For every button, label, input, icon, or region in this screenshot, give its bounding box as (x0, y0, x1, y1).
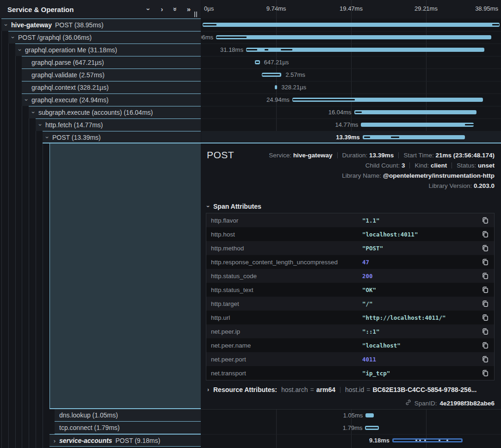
attribute-row-http.flavor: http.flavor"1.1" (206, 213, 494, 227)
panel-resize-handle[interactable] (194, 12, 199, 17)
span-row-dns.lookup[interactable]: dns.lookup (1.05ms) (55, 409, 201, 422)
resource-attributes-title: Resource Attributes: (213, 386, 277, 393)
span-row-label: graphql.operation Me (31.18ms) (25, 46, 117, 54)
span-duration-label: 2.57ms (285, 71, 305, 78)
span-row-graphql.execute[interactable]: ›graphql.execute (24.94ms) (22, 93, 201, 106)
chevron-down-icon[interactable]: › (22, 97, 33, 103)
chevron-down-icon[interactable]: › (36, 122, 47, 128)
attribute-value: 200 (362, 273, 373, 280)
span-row-label: graphql.context (328.21µs) (31, 84, 109, 91)
attribute-value: "::1" (362, 328, 380, 335)
chevron-down-icon[interactable]: › (29, 110, 40, 115)
copy-icon[interactable] (482, 314, 489, 321)
span-id-label: SpanID: (414, 400, 437, 407)
attribute-key: http.url (211, 314, 230, 321)
span-bar[interactable] (203, 23, 500, 27)
span-row-POST[interactable]: ›POST (13.39ms) (43, 131, 201, 143)
copy-icon[interactable] (482, 369, 489, 377)
span-row-label: http.fetch (14.77ms) (45, 121, 103, 129)
attribute-value: "OK" (362, 286, 376, 293)
selected-span-separator (43, 143, 501, 143)
resource-attributes-preview: host.arch=arm64host.id=BC62E13B-C4CC-585… (281, 386, 476, 393)
span-row-subgraph.execute[interactable]: ›subgraph.execute (accounts) (16.04ms) (29, 106, 201, 118)
span-row-tcp.connect[interactable]: tcp.connect (1.79ms) (55, 422, 201, 434)
chevron-right-icon[interactable]: › (52, 435, 57, 447)
span-row-label: service-accountsPOST (9.18ms) (59, 437, 160, 444)
span-attributes-toggle[interactable]: › Span Attributes (207, 203, 261, 210)
tree-toolbar: ››»» (145, 6, 192, 13)
copy-icon[interactable] (482, 217, 489, 224)
attribute-row-net.peer.port: net.peer.port4011 (206, 352, 494, 366)
span-row-graphql.validate[interactable]: graphql.validate (2.57ms) (22, 68, 201, 81)
span-row-POST[interactable]: ›POST /graphql (36.06ms) (8, 31, 201, 44)
chevron-down-icon: › (205, 205, 211, 207)
span-bar[interactable] (365, 413, 373, 417)
link-icon[interactable] (405, 399, 412, 407)
span-row-graphql.context[interactable]: graphql.context (328.21µs) (22, 81, 201, 93)
copy-icon[interactable] (482, 300, 489, 307)
attribute-row-http.response_content_length_uncompressed: http.response_content_length_uncompresse… (206, 255, 494, 269)
chevron-down-icon[interactable]: › (15, 47, 26, 53)
attribute-row-http.method: http.method"POST" (206, 241, 494, 255)
span-row-label: graphql.validate (2.57ms) (31, 71, 105, 79)
trace-viewer: Service & Operation ››»» ›hive-gatewayPO… (0, 0, 501, 448)
chevron-down-icon[interactable]: › (43, 135, 54, 140)
attribute-key: http.method (211, 245, 244, 252)
chevron-right-icon: › (207, 386, 209, 393)
expand-all-icon[interactable]: » (185, 6, 192, 13)
attribute-key: http.flavor (211, 217, 238, 224)
attribute-row-net.peer.ip: net.peer.ip"::1" (206, 324, 494, 338)
attribute-value: "ip_tcp" (362, 370, 390, 377)
span-row-hive-gateway-POST[interactable]: ›hive-gatewayPOST (38.95ms) (1, 19, 201, 31)
service-operation-title: Service & Operation (7, 6, 74, 13)
span-duration-label: 24.94ms (266, 96, 290, 103)
resource-attributes-row[interactable]: › Resource Attributes: host.arch=arm64ho… (207, 386, 476, 393)
copy-icon[interactable] (482, 355, 489, 363)
span-row-graphql.parse[interactable]: graphql.parse (647.21µs) (22, 56, 201, 68)
copy-icon[interactable] (482, 272, 489, 280)
span-bar[interactable] (354, 110, 477, 114)
span-duration-label: 36.06ms (201, 34, 213, 41)
attribute-row-net.transport: net.transport"ip_tcp" (206, 366, 494, 380)
span-duration-label: 647.21µs (264, 59, 289, 66)
attribute-key: http.status_code (211, 273, 257, 280)
span-row-label: hive-gatewayPOST (38.95ms) (11, 21, 104, 29)
attribute-value: "/" (362, 300, 373, 307)
collapse-all-icon[interactable]: » (172, 6, 179, 13)
attribute-key: net.peer.name (211, 342, 251, 349)
span-row-label: graphql.parse (647.21µs) (31, 59, 104, 66)
chevron-down-icon[interactable]: › (1, 22, 12, 28)
span-duration-label: 9.18ms (369, 437, 390, 444)
copy-icon[interactable] (482, 258, 489, 266)
span-id-value: 4e21998f3b82abe6 (439, 400, 495, 407)
copy-icon[interactable] (482, 230, 489, 238)
copy-icon[interactable] (482, 328, 489, 335)
attribute-key: http.response_content_length_uncompresse… (211, 259, 338, 266)
span-bar[interactable] (363, 135, 465, 139)
copy-icon[interactable] (482, 244, 489, 252)
span-row-http.fetch[interactable]: ›http.fetch (14.77ms) (36, 118, 201, 131)
span-bar[interactable] (216, 35, 491, 39)
collapse-one-icon[interactable]: › (145, 6, 152, 13)
span-attributes-table: http.flavor"1.1"http.host"localhost:4011… (206, 213, 495, 380)
attribute-value: "localhost" (362, 342, 401, 349)
timeline-panel: 0µs9.74ms19.47ms29.21ms38.95ms 38.95ms36… (201, 0, 501, 448)
attribute-row-net.peer.name: net.peer.name"localhost" (206, 338, 494, 352)
span-row-label: graphql.execute (24.94ms) (31, 96, 109, 104)
span-row-graphql.operation[interactable]: ›graphql.operation Me (31.18ms) (15, 44, 201, 56)
span-meta: Service: hive-gatewayDuration: 13.39msSt… (269, 150, 495, 191)
copy-icon[interactable] (482, 286, 489, 293)
attribute-value: "1.1" (362, 217, 380, 224)
span-row-service-accounts-POST[interactable]: ›service-accountsPOST (9.18ms) (49, 434, 201, 447)
span-bar[interactable] (275, 85, 277, 89)
copy-icon[interactable] (482, 342, 489, 349)
attribute-value: 47 (362, 259, 369, 266)
span-row-label: POST /graphql (36.06ms) (18, 34, 92, 41)
expand-one-icon[interactable]: › (158, 6, 166, 13)
attribute-value: 4011 (362, 356, 376, 363)
span-duration-label: 1.05ms (343, 412, 363, 419)
chevron-down-icon[interactable]: › (8, 35, 19, 40)
attribute-row-http.status_text: http.status_text"OK" (206, 283, 494, 297)
attribute-row-http.host: http.host"localhost:4011" (206, 227, 494, 241)
span-bar[interactable] (361, 123, 474, 127)
